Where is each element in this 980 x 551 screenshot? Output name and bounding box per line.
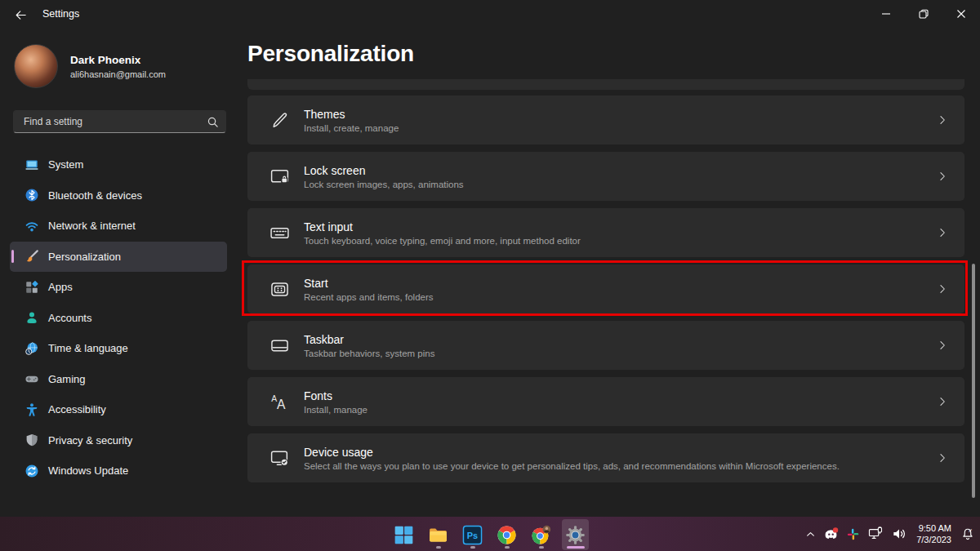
settings-card-fonts[interactable]: AAFontsInstall, manage — [247, 377, 964, 426]
apps-icon — [24, 280, 39, 295]
window-title: Settings — [42, 8, 79, 20]
partially-visible-card[interactable] — [247, 79, 964, 90]
sidebar-item-label: Accessibility — [48, 403, 106, 415]
taskbar-app-chrome[interactable] — [493, 519, 520, 550]
svg-text:z: z — [970, 528, 972, 531]
sidebar-item-system[interactable]: System — [10, 149, 227, 180]
close-button[interactable] — [942, 0, 980, 28]
sidebar-item-network-internet[interactable]: Network & internet — [10, 211, 227, 242]
settings-card-themes[interactable]: ThemesInstall, create, manage — [247, 96, 964, 144]
page-title: Personalization — [247, 41, 414, 67]
titlebar: Settings — [0, 0, 980, 28]
system-icon — [24, 158, 39, 172]
windows-update-icon — [24, 464, 39, 478]
settings-window: Settings Dark Phoenix ali6hasnain@gmail.… — [0, 0, 980, 551]
sidebar-item-windows-update[interactable]: Windows Update — [10, 455, 227, 487]
card-subtitle: Recent apps and items, folders — [304, 292, 434, 302]
settings-cards: ThemesInstall, create, manageLock screen… — [247, 96, 964, 490]
sidebar-item-accounts[interactable]: Accounts — [10, 303, 227, 334]
taskbar-app-photoshop[interactable]: Ps — [459, 519, 486, 550]
sidebar-item-personalization[interactable]: Personalization — [10, 242, 227, 273]
user-name: Dark Phoenix — [70, 54, 140, 66]
clock-date: 7/3/2023 — [916, 534, 951, 545]
accounts-icon — [24, 310, 39, 325]
volume-icon[interactable] — [891, 526, 907, 542]
restore-button[interactable] — [905, 0, 942, 28]
sidebar-item-label: Network & internet — [48, 220, 136, 232]
bluetooth-icon — [24, 188, 39, 202]
user-profile: Dark Phoenix ali6hasnain@gmail.com — [14, 44, 226, 90]
chevron-right-icon — [937, 283, 948, 295]
card-title: Taskbar — [304, 333, 434, 346]
card-title: Start — [304, 277, 434, 290]
tray-chevron-up-icon[interactable] — [805, 529, 816, 540]
main-content: Personalization ThemesInstall, create, m… — [247, 28, 980, 517]
card-title: Device usage — [304, 446, 840, 459]
sidebar-nav: SystemBluetooth & devicesNetwork & inter… — [0, 149, 237, 487]
sidebar-item-label: Apps — [48, 281, 73, 293]
card-subtitle: Install, create, manage — [304, 123, 399, 133]
running-app-indicator — [539, 546, 544, 549]
taskbar-app-file-explorer[interactable] — [425, 519, 452, 550]
minimize-button[interactable] — [867, 0, 905, 28]
taskbar-clock[interactable]: 9:50 AM 7/3/2023 — [916, 522, 951, 545]
sidebar-item-accessibility[interactable]: Accessibility — [10, 394, 227, 425]
chevron-right-icon — [937, 171, 948, 182]
chrome-profile-icon — [531, 525, 551, 545]
search-input[interactable] — [14, 111, 225, 132]
back-button[interactable] — [10, 6, 31, 24]
settings-card-device-usage[interactable]: Device usageSelect all the ways you plan… — [247, 433, 964, 482]
settings-card-start[interactable]: StartRecent apps and items, folders — [247, 264, 964, 313]
sidebar-item-label: Windows Update — [48, 464, 128, 477]
running-app-indicator — [505, 546, 510, 549]
running-app-indicator — [436, 546, 441, 549]
notification-bell-icon[interactable]: zz — [960, 527, 975, 541]
gaming-icon — [24, 371, 39, 386]
chevron-right-icon — [937, 227, 948, 238]
avatar — [14, 44, 58, 88]
sidebar-item-label: Bluetooth & devices — [48, 189, 142, 202]
clock-time: 9:50 AM — [916, 522, 951, 534]
settings-card-taskbar[interactable]: TaskbarTaskbar behaviors, system pins — [247, 321, 964, 370]
device-usage-icon — [270, 448, 290, 469]
taskbar-app-settings[interactable] — [562, 519, 589, 550]
taskbar-app-start[interactable] — [390, 519, 417, 550]
privacy-icon — [24, 433, 39, 447]
sidebar-item-label: System — [48, 158, 83, 171]
sidebar-item-apps[interactable]: Apps — [10, 272, 227, 303]
taskbar-app-chrome-profile[interactable] — [528, 519, 555, 550]
card-subtitle: Lock screen images, apps, animations — [304, 180, 464, 189]
taskbar: Ps 9:50 AM 7/3/2023 zz — [0, 517, 980, 551]
chrome-icon — [497, 525, 517, 545]
sidebar-item-gaming[interactable]: Gaming — [10, 364, 227, 395]
chevron-right-icon — [937, 452, 948, 464]
accessibility-icon — [24, 402, 39, 417]
network-icon — [24, 219, 39, 233]
network-tray-icon[interactable] — [867, 526, 884, 542]
user-email: ali6hasnain@gmail.com — [70, 69, 166, 79]
settings-card-text-input[interactable]: Text inputTouch keyboard, voice typing, … — [247, 208, 964, 257]
sidebar-item-privacy-security[interactable]: Privacy & security — [10, 425, 227, 456]
search-box — [13, 110, 226, 133]
sidebar-item-time-language[interactable]: Time & language — [10, 333, 227, 364]
text-input-icon — [270, 223, 290, 243]
discord-icon[interactable] — [823, 527, 839, 542]
card-title: Themes — [304, 108, 399, 121]
card-title: Fonts — [304, 389, 368, 402]
sidebar-item-label: Privacy & security — [48, 434, 132, 447]
card-subtitle: Select all the ways you plan to use your… — [304, 461, 840, 471]
settings-card-lock-screen[interactable]: Lock screenLock screen images, apps, ani… — [247, 152, 964, 201]
card-title: Text input — [304, 220, 581, 233]
sidebar-item-label: Accounts — [48, 312, 91, 324]
slack-icon[interactable] — [846, 527, 860, 541]
sidebar-item-bluetooth-devices[interactable]: Bluetooth & devices — [10, 180, 227, 211]
time-language-icon — [24, 341, 39, 356]
card-title: Lock screen — [304, 164, 464, 177]
fonts-icon: AA — [270, 392, 290, 412]
scrollbar-thumb[interactable] — [972, 264, 975, 498]
sidebar-item-label: Time & language — [48, 342, 128, 354]
system-tray: 9:50 AM 7/3/2023 zz — [805, 517, 975, 551]
svg-text:Ps: Ps — [467, 531, 478, 540]
lock-screen-icon — [270, 167, 290, 187]
card-subtitle: Install, manage — [304, 405, 368, 415]
